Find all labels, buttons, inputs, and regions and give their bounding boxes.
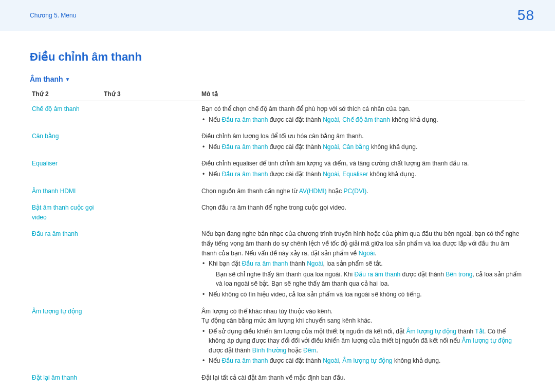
col-header-1: Thứ 2 [30,87,102,101]
page-header: Chương 5. Menu 58 [0,0,555,31]
chapter-label: Chương 5. Menu [30,12,76,19]
row-balance: Cân bằng Điều chỉnh âm lượng loa để tối … [30,128,525,156]
desc-text: Bạn có thể chọn chế độ âm thanh để phù h… [201,105,411,113]
sound-settings-table: Thứ 2 Thứ 3 Mô tả Chế độ âm thanh Bạn có… [30,87,525,387]
section-title: Điều chỉnh âm thanh [30,50,525,64]
desc-text: Điều chỉnh equaliser để tinh chỉnh âm lư… [201,160,469,167]
menu-item-auto-volume: Âm lượng tự động [32,308,82,315]
menu-item-video-call-sound-l2: video [32,214,47,221]
desc-text: Chọn đầu ra âm thanh để nghe trong cuộc … [201,204,346,211]
note-item: Nếu Đầu ra âm thanh được cài đặt thành N… [201,356,523,366]
row-equaliser: Equaliser Điều chỉnh equaliser để tinh c… [30,156,525,183]
note-item: Để sử dụng điều khiển âm lượng của một t… [201,327,523,356]
note-item: Nếu Đầu ra âm thanh được cài đặt thành N… [201,170,523,179]
menu-item-reset-sound: Đặt lại âm thanh [32,374,77,381]
content-area: Điều chỉnh âm thanh Âm thanh ▼ Thứ 2 Thứ… [0,31,555,387]
note-item: Khi bạn đặt Đầu ra âm thanh thành Ngoài,… [201,259,523,289]
row-sound-output: Đầu ra âm thanh Nếu bạn đang nghe bản nh… [30,226,525,303]
subsection-heading: Âm thanh ▼ [30,75,525,83]
menu-item-balance: Cân bằng [32,133,59,140]
col-header-3: Mô tả [199,87,525,101]
col-header-2: Thứ 3 [102,87,199,101]
menu-item-sound-output: Đầu ra âm thanh [32,230,78,237]
chevron-down-icon: ▼ [65,77,70,82]
menu-item-video-call-sound-l1: Bật âm thanh cuộc gọi [32,204,94,211]
menu-item-sound-mode: Chế độ âm thanh [32,105,80,113]
table-header-row: Thứ 2 Thứ 3 Mô tả [30,87,525,101]
desc-text: Đặt lại tất cả cài đặt âm thanh về mặc đ… [201,374,345,381]
note-item: Nếu Đầu ra âm thanh được cài đặt thành N… [201,142,523,152]
note-item: Nếu Đầu ra âm thanh được cài đặt thành N… [201,115,523,125]
page-number: 58 [517,7,534,24]
menu-item-hdmi-sound: Âm thanh HDMI [32,188,76,195]
desc-text: Âm lượng có thể khác nhau tùy thuộc vào … [201,307,523,316]
row-hdmi-sound: Âm thanh HDMI Chọn nguồn âm thanh cần ng… [30,183,525,200]
desc-text: Điều chỉnh âm lượng loa để tối ưu hóa câ… [201,133,364,140]
menu-item-equaliser: Equaliser [32,160,58,167]
row-reset-sound: Đặt lại âm thanh Đặt lại tất cả cài đặt … [30,370,525,387]
row-video-call-sound: Bật âm thanh cuộc gọi video Chọn đầu ra … [30,200,525,226]
row-auto-volume: Âm lượng tự động Âm lượng có thể khác nh… [30,304,525,370]
subsection-label: Âm thanh [30,75,63,83]
row-sound-mode: Chế độ âm thanh Bạn có thể chọn chế độ â… [30,101,525,129]
note-subtext: Bạn sẽ chỉ nghe thấy âm thanh qua loa ng… [209,270,523,289]
note-item: Nếu không có tín hiệu video, cả loa sản … [201,290,523,300]
desc-text: Tự động cân bằng mức âm lượng khi chuyển… [201,316,523,326]
